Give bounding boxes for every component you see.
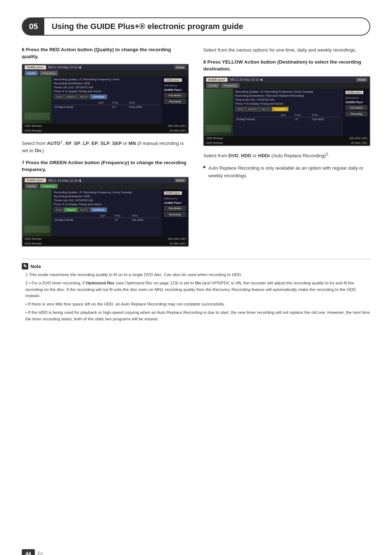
- screen3-bottombar2: DVD Remain 2h 00m (SP): [204, 141, 369, 145]
- screen2-bottombar: HDD Remain 30h 33m (SP): [23, 236, 188, 241]
- screen3-quality-tab: Quality: [206, 83, 220, 88]
- screen3-hdd-remain-val: 30h 33m (SP): [350, 137, 367, 140]
- footer-notes: ✎ Note 1 This mode maximizes the recordi…: [22, 259, 370, 322]
- screen3-th-name: [235, 113, 280, 117]
- page-footer: 44 En: [22, 549, 43, 555]
- screen2-topbar: GUIDE plus+ BBC2 25-May 10:10 ◀ Home: [23, 178, 188, 183]
- screen3-thumbnail: [204, 89, 233, 136]
- screen3-tab-search[interactable]: Search: [245, 107, 259, 112]
- page-container: 05 Using the GUIDE Plus+® electronic pro…: [0, 17, 392, 555]
- screen2-freq-tab: Frequency: [40, 184, 57, 189]
- screen2-hdd-remain-label: HDD Remain: [25, 237, 42, 240]
- screen2-tab-grid[interactable]: Grid: [54, 207, 64, 212]
- screen3-content: Recording Quality: LP, Recording Frequen…: [204, 89, 369, 136]
- screen1-row-dest: Once HDD: [128, 105, 160, 109]
- screen2-mockup: GUIDE plus+ BBC2 25-May 10:10 ◀ Home Qua…: [22, 177, 189, 247]
- screen1-channel: BBC2 25-May 10:10 ◀: [48, 65, 172, 69]
- screen3-row-dest: Tue HDDr: [311, 117, 341, 121]
- screen2-home: Home: [175, 178, 186, 182]
- screen3-topbar: GUIDE plus+ BBC2 25-May 10:10 ◀ Home: [204, 77, 369, 82]
- screen1-topbar: GUIDE plus+ BBC2 25-May 10:10 ◀ Home: [23, 65, 188, 70]
- screen2-recording: Recording: [164, 212, 186, 217]
- screen2-tab-schedule[interactable]: Schedule: [90, 207, 107, 212]
- screen1-th-dest: Dest.: [128, 101, 160, 105]
- screen1-tab-grid[interactable]: Grid: [54, 94, 64, 99]
- screen1-tab-mytv[interactable]: My TV: [78, 94, 91, 99]
- screen1-tab-search[interactable]: Search: [64, 94, 78, 99]
- note-icon: ✎: [22, 263, 28, 270]
- screen1-info-line3: Timers set 1/32, VPS/PDC:0/8: [54, 86, 160, 89]
- screen2-brand: GUIDE Plus+: [164, 201, 186, 204]
- screen3-info-line1: Recording Quality: LP, Recording Frequen…: [235, 90, 341, 93]
- page-lang: En: [38, 551, 43, 555]
- screen2-row-dest: Tue HDD: [131, 218, 160, 222]
- screen1-sidebar: GUIDE plus+ Welcome to GUIDE Plus+ One-B…: [162, 76, 188, 123]
- screen3-logo: GUIDE plus+: [206, 78, 228, 82]
- screen1-recording: Recording: [164, 99, 186, 104]
- screen1-sidebar-logo: GUIDE plus+: [164, 78, 182, 82]
- screen2-dvd-remain-label: DVD Remain: [25, 242, 42, 245]
- screen3-dvd-remain-val: 2h 00m (SP): [351, 141, 367, 145]
- section6-title: 6 Press the RED Action button (Quality) …: [22, 46, 189, 60]
- screen1-quality-bar: Quality Frequency: [23, 70, 188, 76]
- screen3-th-freq: Freq.: [294, 113, 311, 117]
- screen2-welcome: Welcome to: [164, 197, 186, 200]
- screen2-tab-search[interactable]: Search: [64, 207, 78, 212]
- screen3-sidebar-logo-wrap: GUIDE plus+: [346, 91, 367, 95]
- screen3-th-quit: Quit: [280, 113, 294, 117]
- screen3-tab-mytv[interactable]: My TV: [259, 107, 272, 112]
- screen2-th-freq: Freq.: [114, 214, 131, 218]
- section8b-bullet-text: Auto Replace Recording is only available…: [208, 165, 370, 179]
- screen1-sidebar-logo-wrap: GUIDE plus+: [164, 78, 186, 83]
- screen1-bottombar: HDD Remain 30h 33m (SP): [23, 123, 188, 128]
- screen2-info-line4: Press ✦ to display Timing and Genre:: [54, 203, 160, 206]
- screen2-info: Recording Quality: LP, Recording Frequen…: [52, 189, 162, 236]
- screen2-thumbnail-inner: [23, 189, 52, 236]
- screen1-freq-tab: Frequency: [40, 71, 57, 76]
- screen1-quality-tab: Quality: [25, 71, 38, 76]
- screen3-tab-schedule[interactable]: Schedule: [272, 107, 288, 112]
- screen3-mockup: GUIDE plus+ BBC2 25-May 10:10 ◀ Home Qua…: [203, 76, 370, 146]
- screen3-nav-tabs: Grid Search My TV Schedule: [235, 107, 341, 112]
- section8b-bullet: Auto Replace Recording is only available…: [203, 165, 370, 179]
- screen3-row-quit: [280, 117, 294, 121]
- screen3-info-line2: Recording Destination: HDD Auto Replace …: [235, 94, 341, 97]
- screen2-bottombar2: DVD Remain 2h 00m (SP): [23, 241, 188, 246]
- section7-title: 7 Press the GREEN Action button (Frequen…: [22, 159, 189, 173]
- screen3-onebutton: One-Button: [346, 105, 367, 110]
- screen3-tab-grid[interactable]: Grid: [235, 107, 245, 112]
- screen1-row-freq: LP: [111, 105, 128, 109]
- screen3-info: Recording Quality: LP, Recording Frequen…: [233, 89, 343, 136]
- screen2-th-dest: Dest.: [131, 214, 160, 218]
- screen1-row-quit: [98, 105, 111, 109]
- screen1-mockup: GUIDE plus+ BBC2 25-May 10:10 ◀ Home Qua…: [22, 64, 189, 134]
- screen3-quality-bar: Quality Frequency: [204, 82, 369, 89]
- screen3-thumbnail-inner: [204, 89, 233, 136]
- screen1-onebutton: One-Button: [164, 93, 186, 98]
- note-item-3: • If there is very little free space lef…: [22, 301, 370, 307]
- right-column: Select from the various options for one-…: [203, 46, 370, 252]
- screen2-sidebar: GUIDE plus+ Welcome to GUIDE Plus+ One-B…: [162, 189, 188, 236]
- screen1-info-line1: Recording Quality: LP, Recording Frequen…: [54, 78, 160, 81]
- note-item-4: • If the HDD is being used for playback …: [22, 309, 370, 322]
- screen2-channel: BBC2 25-May 10:10 ◀: [48, 179, 172, 182]
- screen1-logo: GUIDE plus+: [25, 65, 46, 69]
- screen3-sidebar-logo: GUIDE plus+: [346, 91, 363, 94]
- chapter-number: 05: [23, 18, 44, 35]
- screen3-channel: BBC2 25-May 10:10 ◀: [230, 78, 354, 81]
- screen1-tab-schedule[interactable]: Schedule: [90, 94, 107, 99]
- section8b-body: Select from DVD, HDD or HDDr (Auto Repla…: [203, 151, 370, 159]
- section8-body-before: Select from the various options for one-…: [203, 46, 370, 54]
- screen1-dvd-remain-label: DVD Remain: [25, 129, 42, 132]
- screen2-schedule-row: 25-May Friends LP Tue HDD: [54, 218, 160, 222]
- screen3-hdd-remain-label: HDD Remain: [206, 137, 223, 140]
- screen2-tab-mytv[interactable]: My TV: [78, 207, 91, 212]
- screen2-row-freq: LP: [114, 218, 131, 222]
- screen3-home: Home: [356, 78, 367, 82]
- screen1-th-name: [54, 101, 98, 105]
- screen2-th-quit: Quit: [99, 214, 114, 218]
- screen2-dvd-remain-val: 2h 00m (SP): [170, 242, 186, 245]
- screen1-info-line4: Press ✦ to display Timing and Genre:: [54, 90, 160, 93]
- screen2-info-line3: Timers set 1/32, VPS/PDC:0/8: [54, 199, 160, 202]
- screen1-nav-tabs: Grid Search My TV Schedule: [54, 94, 160, 99]
